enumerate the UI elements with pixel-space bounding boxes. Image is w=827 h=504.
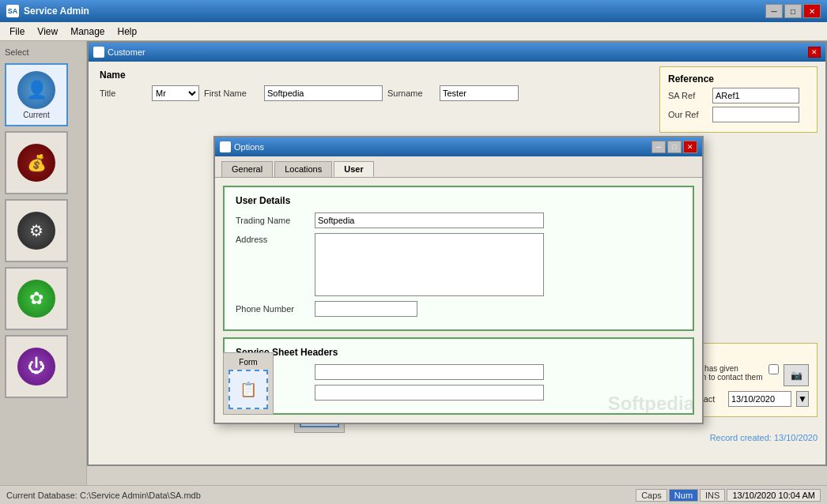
phone-row: Phone Number — [236, 301, 682, 317]
customer-title-bar: Customer ✕ — [89, 43, 825, 62]
options-controls: ─ □ ✕ — [651, 141, 697, 153]
customer-close-btn[interactable]: ✕ — [808, 47, 821, 58]
contact-icon-btn[interactable]: 📷 — [784, 364, 809, 386]
status-right: Caps Num INS 13/10/2020 10:04 AM — [636, 489, 821, 502]
menu-view[interactable]: View — [31, 24, 64, 39]
line1-row: Line 1 — [236, 364, 682, 380]
record-created: Record created: 13/10/2020 — [710, 433, 818, 442]
sidebar-btn-current-label: Current — [23, 111, 49, 119]
surname-label: Surname — [387, 88, 435, 98]
options-form-area: Form 📋 — [223, 352, 274, 415]
service-sheet-section: Service Sheet Headers Line 1 Line 2 — [223, 337, 694, 415]
options-modal: Options ─ □ ✕ General Locations User Use… — [213, 136, 704, 424]
saref-label: SA Ref — [668, 91, 708, 100]
trading-name-input[interactable] — [315, 213, 544, 228]
minimize-button[interactable]: ─ — [765, 4, 783, 18]
content-area: Customer ✕ Name Title Mr First Name Surn… — [87, 41, 827, 485]
ourref-input[interactable] — [712, 107, 799, 122]
options-maximize-btn[interactable]: □ — [667, 141, 682, 153]
user-details-section: User Details Trading Name Address Phone … — [223, 186, 694, 331]
trading-name-row: Trading Name — [236, 213, 682, 228]
current-icon: 👤 — [17, 71, 55, 109]
customer-window-title: Customer — [108, 47, 808, 57]
status-bar: Current Database: C:\Service Admin\Data\… — [0, 485, 827, 504]
phone-label: Phone Number — [236, 304, 315, 314]
datetime-display: 13/10/2020 10:04 AM — [727, 489, 821, 502]
title-bar: SA Service Admin ─ □ ✕ — [0, 0, 827, 22]
firstname-label: First Name — [204, 88, 259, 98]
service-sheet-title: Service Sheet Headers — [236, 347, 682, 358]
options-content: User Details Trading Name Address Phone … — [215, 178, 702, 423]
tab-user[interactable]: User — [334, 161, 373, 177]
options-title: Options — [234, 142, 651, 152]
lastcontact-input[interactable] — [728, 391, 791, 407]
title-label: Title — [100, 88, 147, 98]
trading-name-label: Trading Name — [236, 216, 315, 225]
options-form-label: Form — [239, 358, 257, 367]
tab-locations[interactable]: Locations — [274, 161, 332, 177]
contact-icon: 📷 — [791, 370, 802, 381]
main-area: Select 👤 Current 💰 ⚙ ✿ ⏻ Customer ✕ N — [0, 41, 827, 485]
menu-bar: File View Manage Help — [0, 22, 827, 41]
options-title-bar: Options ─ □ ✕ — [215, 137, 702, 156]
line2-row: Line 2 — [236, 385, 682, 401]
reference-title: Reference — [668, 73, 809, 85]
sidebar: Select 👤 Current 💰 ⚙ ✿ ⏻ — [0, 41, 87, 485]
address-textarea[interactable] — [315, 233, 544, 296]
options-close-btn[interactable]: ✕ — [683, 141, 697, 153]
phone-input[interactable] — [315, 301, 417, 317]
menu-file[interactable]: File — [3, 24, 31, 39]
finance-icon: 💰 — [17, 144, 55, 182]
options-minimize-btn[interactable]: ─ — [651, 141, 666, 153]
options-form-btn[interactable]: 📋 — [228, 370, 268, 409]
address-label: Address — [236, 233, 315, 244]
window-controls: ─ □ ✕ — [765, 4, 821, 18]
status-db-text: Current Database: C:\Service Admin\Data\… — [6, 491, 636, 500]
app-icon: SA — [6, 5, 19, 17]
firstname-input[interactable] — [264, 85, 383, 101]
menu-manage[interactable]: Manage — [64, 24, 111, 39]
options-icon — [220, 141, 231, 152]
caps-indicator: Caps — [636, 489, 667, 502]
sidebar-btn-green[interactable]: ✿ — [5, 267, 68, 330]
user-details-title: User Details — [236, 195, 682, 206]
network-icon: ⚙ — [17, 212, 55, 250]
customer-window-icon — [93, 47, 104, 58]
green-icon: ✿ — [17, 280, 55, 318]
saref-input[interactable] — [712, 88, 799, 103]
maximize-button[interactable]: □ — [784, 4, 802, 18]
reference-section: Reference SA Ref Our Ref — [659, 66, 818, 133]
ins-indicator: INS — [700, 489, 725, 502]
sidebar-btn-current[interactable]: 👤 Current — [5, 63, 68, 126]
close-button[interactable]: ✕ — [803, 4, 821, 18]
power-icon: ⏻ — [17, 348, 55, 386]
surname-input[interactable] — [440, 85, 519, 101]
line2-input[interactable] — [315, 385, 544, 401]
permission-checkbox[interactable] — [768, 364, 779, 374]
options-form-icon: 📋 — [240, 381, 257, 398]
line1-input[interactable] — [315, 364, 544, 380]
saref-row: SA Ref — [668, 88, 809, 103]
title-select[interactable]: Mr — [152, 85, 199, 101]
menu-help[interactable]: Help — [111, 24, 144, 39]
num-indicator: Num — [669, 489, 698, 502]
sidebar-btn-network[interactable]: ⚙ — [5, 199, 68, 262]
options-tab-bar: General Locations User — [215, 156, 702, 178]
date-picker-btn[interactable]: ▼ — [796, 391, 809, 407]
sidebar-title: Select — [5, 47, 81, 57]
ourref-row: Our Ref — [668, 107, 809, 122]
sidebar-btn-finance[interactable]: 💰 — [5, 131, 68, 194]
ourref-label: Our Ref — [668, 110, 708, 119]
tab-general[interactable]: General — [221, 161, 273, 177]
sidebar-btn-power[interactable]: ⏻ — [5, 335, 68, 398]
app-title: Service Admin — [24, 6, 765, 17]
address-row: Address — [236, 233, 682, 296]
